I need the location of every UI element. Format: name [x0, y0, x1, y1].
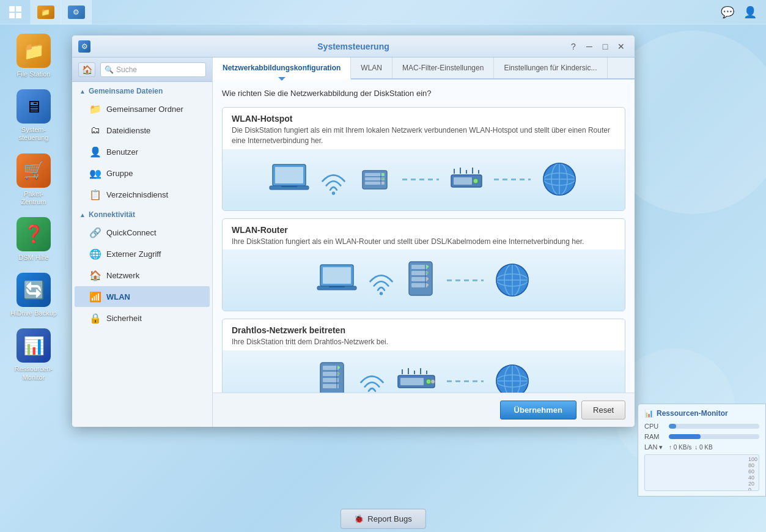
- window-titlebar: ⚙ Systemsteuerung ? ─ □ ✕: [72, 35, 635, 57]
- apply-button[interactable]: Übernehmen: [500, 401, 576, 419]
- nas-svg-1: [356, 161, 393, 198]
- svg-rect-58: [400, 378, 424, 385]
- dashes-3: [447, 279, 484, 281]
- file-station-icon: 📁: [17, 34, 51, 68]
- globe-svg-3: [493, 361, 532, 393]
- card-wlan-hotspot-visual: [223, 149, 625, 210]
- paket-zentrum-label: Paket-Zentrum: [21, 190, 46, 206]
- ressourcen-monitor-label: Ressourcen-Monitor: [15, 365, 53, 381]
- sidebar-item-benutzer[interactable]: 👤 Benutzer: [75, 141, 210, 162]
- card-wlan-hotspot[interactable]: WLAN-Hotspot Die DiskStation fungiert al…: [222, 107, 625, 211]
- desktop-icon-hidrive-backup[interactable]: 🔄 HiDrive Backup: [6, 270, 61, 320]
- hidrive-backup-label: HiDrive Backup: [10, 309, 57, 317]
- benutzer-icon: 👤: [89, 146, 101, 158]
- wifi-svg-2: [367, 265, 395, 295]
- resource-monitor-panel: 📊 Ressourcen-Monitor CPU RAM LAN ▾ ↑ 0 K…: [638, 404, 766, 497]
- sidebar-item-verzeichnisdienst[interactable]: 📋 Verzeichnisdienst: [75, 184, 210, 205]
- tab-mac-filter[interactable]: MAC-Filter-Einstellungen: [392, 57, 494, 78]
- wifi-svg-3: [358, 366, 386, 393]
- router-svg-3: [395, 364, 438, 393]
- tab-netzwerkabbildungskonfiguration[interactable]: Netzwerkabbildungskonfiguration: [213, 57, 351, 79]
- reset-button[interactable]: Reset: [581, 401, 625, 419]
- gemeinsamer-ordner-icon: 📁: [89, 103, 101, 115]
- lan-row: LAN ▾ ↑ 0 KB/s ↓ 0 KB: [644, 443, 759, 451]
- tab-wlan[interactable]: WLAN: [351, 57, 392, 78]
- systemsteuerung-taskbar-btn[interactable]: ⚙: [61, 0, 92, 24]
- sidebar-item-netzwerk[interactable]: 🏠 Netzwerk: [75, 265, 210, 286]
- content-footer: Übernehmen Reset: [213, 393, 635, 427]
- sidebar-label-externer-zugriff: Externer Zugriff: [106, 249, 161, 259]
- nas-svg-3: [315, 360, 349, 393]
- help-button[interactable]: ?: [566, 39, 581, 54]
- home-button[interactable]: 🏠: [78, 62, 95, 77]
- taskbar-right: 💬 👤: [718, 6, 766, 19]
- desktop-icon-ressourcen-monitor[interactable]: 📊 Ressourcen-Monitor: [6, 325, 61, 384]
- card-drahtlos-netzwerk[interactable]: Drahtlos-Netzwerk beitreten Ihre DiskSta…: [222, 319, 625, 393]
- svg-point-31: [379, 292, 382, 295]
- quickconnect-icon: 🔗: [89, 226, 101, 238]
- content-question: Wie richten Sie die Netzwerkabbildung de…: [222, 89, 625, 98]
- desktop-icon-paket-zentrum[interactable]: 🛒 Paket-Zentrum: [6, 150, 61, 209]
- ram-bar-bg: [669, 434, 759, 439]
- resource-monitor-title: 📊 Ressourcen-Monitor: [644, 409, 759, 418]
- sidebar-item-dateidienste[interactable]: 🗂 Dateidienste: [75, 120, 210, 141]
- cpu-row: CPU: [644, 423, 759, 430]
- report-bugs-button[interactable]: 🐞 Report Bugs: [340, 509, 425, 529]
- desktop-icon-file-station[interactable]: 📁 File Station: [6, 31, 61, 81]
- dsm-hilfe-label: DSM Hilfe: [18, 254, 49, 262]
- apps-button[interactable]: [0, 0, 31, 24]
- sidebar-label-gruppe: Gruppe: [106, 169, 133, 178]
- minimize-button[interactable]: ─: [582, 39, 597, 54]
- sidebar-label-quickconnect: QuickConnect: [106, 228, 157, 237]
- sidebar-item-gruppe[interactable]: 👥 Gruppe: [75, 163, 210, 183]
- sidebar-label-gemeinsamer-ordner: Gemeinsamer Ordner: [106, 105, 183, 114]
- externer-zugriff-icon: 🌐: [89, 248, 101, 260]
- ressourcen-monitor-icon: 📊: [17, 328, 51, 363]
- card-wlan-router[interactable]: WLAN-Router Ihre DiskStation fungiert al…: [222, 218, 625, 312]
- svg-rect-14: [454, 177, 472, 185]
- search-placeholder: Suche: [116, 65, 137, 74]
- section-arrow-konnektivitaet-icon: ▲: [79, 212, 86, 218]
- desktop-icon-systemsteuerung[interactable]: 🖥 System-steuerung: [6, 86, 61, 145]
- content-area: Netzwerkabbildungskonfiguration WLAN MAC…: [213, 57, 635, 427]
- close-button[interactable]: ✕: [614, 39, 628, 54]
- nas-svg-2: [404, 259, 438, 301]
- search-box[interactable]: 🔍 Suche: [100, 62, 206, 77]
- sidebar-item-gemeinsamer-ordner[interactable]: 📁 Gemeinsamer Ordner: [75, 98, 210, 119]
- svg-point-10: [381, 173, 384, 175]
- card-drahtlos-netzwerk-visual: [223, 350, 625, 393]
- sidebar-label-netzwerk: Netzwerk: [106, 271, 139, 280]
- user-icon[interactable]: 👤: [740, 6, 760, 19]
- svg-point-11: [381, 177, 384, 180]
- sidebar-item-quickconnect[interactable]: 🔗 QuickConnect: [75, 222, 210, 243]
- maximize-button[interactable]: □: [598, 39, 613, 54]
- tab-kindersicherung[interactable]: Einstellungen für Kindersic...: [494, 57, 607, 78]
- systemsteuerung-taskbar-icon: ⚙: [68, 6, 85, 19]
- svg-point-38: [426, 265, 429, 268]
- resource-chart: 100 80 60 40 20 0: [644, 454, 759, 491]
- svg-point-55: [337, 372, 340, 375]
- sidebar-item-sicherheit[interactable]: 🔒 Sicherheit: [75, 308, 210, 328]
- search-icon: 🔍: [105, 65, 114, 74]
- taskbar: 📁 ⚙ 💬 👤: [0, 0, 766, 24]
- sidebar-label-sicherheit: Sicherheit: [106, 314, 142, 323]
- svg-rect-36: [411, 283, 427, 287]
- svg-point-60: [431, 380, 435, 383]
- desktop-icons: 📁 File Station 🖥 System-steuerung 🛒 Pake…: [6, 31, 61, 385]
- chat-icon[interactable]: 💬: [718, 6, 737, 19]
- sidebar-section-gemeinsame-dateien[interactable]: ▲ Gemeinsame Dateien: [72, 82, 212, 98]
- ram-row: RAM: [644, 433, 759, 440]
- desktop-icon-dsm-hilfe[interactable]: ❓ DSM Hilfe: [6, 214, 61, 265]
- svg-rect-1: [275, 167, 303, 183]
- sidebar-item-wlan[interactable]: 📶 WLAN: [75, 286, 210, 307]
- file-station-taskbar-btn[interactable]: 📁: [31, 0, 61, 24]
- sidebar-section-konnektivitaet[interactable]: ▲ Konnektivität: [72, 205, 212, 221]
- resource-monitor-icon: 📊: [644, 409, 654, 418]
- sidebar-item-externer-zugriff[interactable]: 🌐 Externer Zugriff: [75, 243, 210, 264]
- bug-icon: 🐞: [354, 514, 364, 523]
- netzwerk-icon: 🏠: [89, 269, 101, 281]
- laptop-svg-1: [268, 158, 311, 201]
- card-wlan-hotspot-header: WLAN-Hotspot Die DiskStation fungiert al…: [223, 108, 625, 149]
- svg-rect-30: [329, 286, 345, 287]
- svg-rect-28: [323, 267, 351, 284]
